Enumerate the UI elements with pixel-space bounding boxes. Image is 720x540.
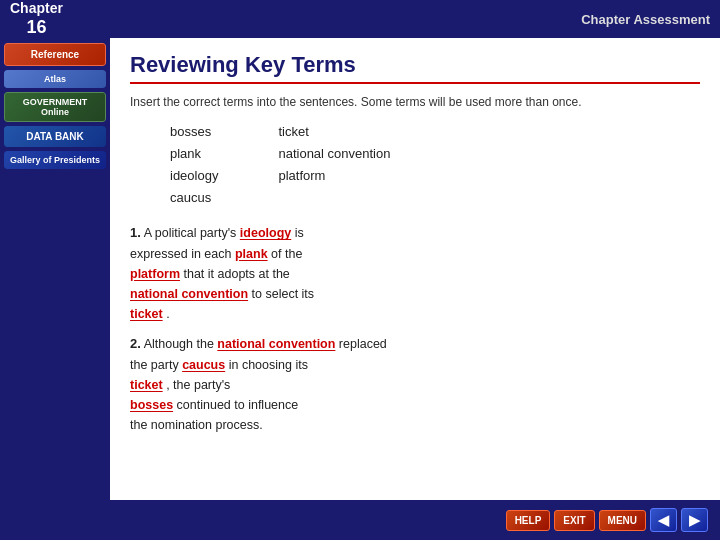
chapter-label: Chapter 16	[10, 0, 63, 38]
back-button[interactable]: ◀	[650, 508, 677, 532]
terms-col1: bosses plank ideology caucus	[170, 121, 218, 209]
q1-text1: A political party's	[144, 226, 240, 240]
bottom-bar: HELP EXIT MENU ◀ ▶	[0, 500, 720, 540]
q1-filled-ideology: ideology	[240, 226, 291, 240]
q2-text4: in choosing its	[229, 358, 308, 372]
q2-text6: continued to influence	[177, 398, 299, 412]
q1-text6: to select its	[252, 287, 315, 301]
questions: 1. A political party's ideology is expre…	[130, 223, 700, 435]
q2-filled-ticket: ticket	[130, 378, 163, 392]
q1-filled-plank: plank	[235, 247, 268, 261]
reference-btn[interactable]: Reference	[4, 43, 106, 66]
q2-filled-bosses: bosses	[130, 398, 173, 412]
term-national-convention: national convention	[278, 143, 390, 165]
chapter-num: 16	[10, 17, 63, 39]
sidebar: Reference Atlas GOVERNMENT Online DATA B…	[0, 38, 110, 500]
q2-text3: the party	[130, 358, 182, 372]
atlas-btn[interactable]: Atlas	[4, 70, 106, 88]
page-title: Reviewing Key Terms	[130, 52, 700, 84]
top-bar: Chapter 16 Chapter Assessment	[0, 0, 720, 38]
sidebar-item-data-bank[interactable]: DATA BANK	[4, 126, 106, 147]
question-2: 2. Although the national convention repl…	[130, 334, 700, 435]
sidebar-item-atlas[interactable]: Atlas	[4, 70, 106, 88]
q2-text1: Although the	[144, 337, 218, 351]
exit-button[interactable]: EXIT	[554, 510, 594, 531]
term-caucus: caucus	[170, 187, 218, 209]
gov-online-btn[interactable]: GOVERNMENT Online	[4, 92, 106, 122]
q2-text5: , the party's	[166, 378, 230, 392]
q1-text5: that it adopts at the	[183, 267, 289, 281]
terms-col2: ticket national convention platform	[278, 121, 390, 209]
help-button[interactable]: HELP	[506, 510, 551, 531]
content-area: Reviewing Key Terms Insert the correct t…	[110, 38, 720, 500]
term-ticket: ticket	[278, 121, 390, 143]
q1-filled-ticket: ticket	[130, 307, 163, 321]
term-ideology: ideology	[170, 165, 218, 187]
q2-text2: replaced	[339, 337, 387, 351]
q1-filled-platform: platform	[130, 267, 180, 281]
menu-button[interactable]: MENU	[599, 510, 646, 531]
q2-text-end: the nomination process.	[130, 418, 263, 432]
sidebar-item-reference[interactable]: Reference	[4, 43, 106, 66]
sidebar-item-gov-online[interactable]: GOVERNMENT Online	[4, 92, 106, 122]
main-layout: Reference Atlas GOVERNMENT Online DATA B…	[0, 38, 720, 500]
question-1: 1. A political party's ideology is expre…	[130, 223, 700, 324]
term-platform: platform	[278, 165, 390, 187]
terms-grid: bosses plank ideology caucus ticket nati…	[170, 121, 700, 209]
sidebar-item-gallery[interactable]: Gallery of Presidents	[4, 151, 106, 169]
q1-text4: of the	[271, 247, 302, 261]
chapter-text: Chapter	[10, 0, 63, 17]
forward-button[interactable]: ▶	[681, 508, 708, 532]
gallery-btn[interactable]: Gallery of Presidents	[4, 151, 106, 169]
q1-num: 1.	[130, 225, 141, 240]
q1-text2: is	[295, 226, 304, 240]
term-plank: plank	[170, 143, 218, 165]
q1-text7: .	[166, 307, 169, 321]
q1-filled-national-convention: national convention	[130, 287, 248, 301]
q2-filled-national-convention: national convention	[217, 337, 335, 351]
q2-filled-caucus: caucus	[182, 358, 225, 372]
data-bank-btn[interactable]: DATA BANK	[4, 126, 106, 147]
app-container: Chapter 16 Chapter Assessment Reference …	[0, 0, 720, 540]
term-bosses: bosses	[170, 121, 218, 143]
instructions: Insert the correct terms into the senten…	[130, 94, 700, 111]
assessment-label: Chapter Assessment	[581, 12, 710, 27]
q1-text3: expressed in each	[130, 247, 235, 261]
q2-num: 2.	[130, 336, 141, 351]
